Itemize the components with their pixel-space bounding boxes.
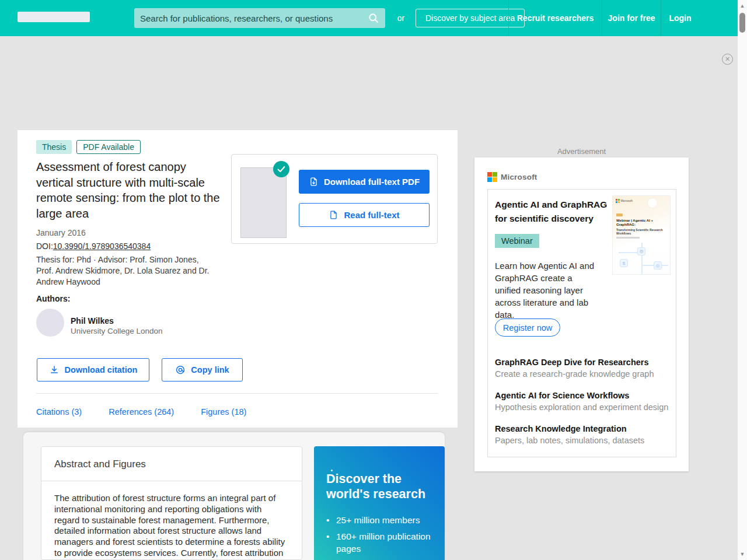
- ad-item-graphrag-deep-dive[interactable]: GraphRAG Deep Dive for Researchers Creat…: [495, 358, 670, 379]
- download-fulltext-pdf-button[interactable]: Download full-text PDF: [299, 170, 430, 194]
- bottom-sheet: Abstract and Figures The attribution of …: [23, 432, 445, 560]
- abstract-panel: Abstract and Figures The attribution of …: [41, 446, 302, 560]
- search-icon[interactable]: [368, 12, 379, 24]
- tab-figures[interactable]: Figures (18): [201, 407, 246, 416]
- page-title: Assessment of forest canopy vertical str…: [36, 159, 221, 221]
- doi-link[interactable]: 10.3990/1.9789036540384: [53, 242, 151, 251]
- advertisement-panel: Microsoft Agentic AI and GraphRAG for sc…: [474, 158, 689, 471]
- publication-date: January 2016: [36, 228, 86, 237]
- doi-row: DOI:10.3990/1.9789036540384: [36, 242, 151, 251]
- abstract-text: The attribution of forest structure form…: [41, 481, 302, 560]
- check-icon: [273, 161, 289, 177]
- doi-label: DOI:: [36, 242, 53, 251]
- ad-item-list: GraphRAG Deep Dive for Researchers Creat…: [495, 358, 670, 457]
- ad-webinar-badge: Webinar: [495, 234, 539, 248]
- search-box[interactable]: [134, 8, 385, 28]
- nav-recruit-researchers[interactable]: Recruit researchers: [508, 0, 602, 36]
- search-input[interactable]: [140, 13, 368, 23]
- copy-link-button[interactable]: Copy link: [162, 358, 243, 382]
- microsoft-logo-icon: Microsoft: [616, 199, 633, 203]
- publication-tabs: Citations (3) References (264) Figures (…: [36, 407, 246, 416]
- fulltext-box: Download full-text PDF Read full-text: [231, 154, 438, 244]
- pdf-available-badge: PDF Available: [76, 140, 141, 154]
- bullet-members: 25+ million members: [326, 514, 437, 526]
- tab-references[interactable]: References (264): [109, 407, 174, 416]
- thumb-brand: Microsoft: [621, 199, 633, 202]
- advertisement-label: Advertisement: [474, 147, 689, 156]
- bullet-publication-pages: 160+ million publication pages: [326, 530, 437, 555]
- nav-login[interactable]: Login: [661, 0, 699, 36]
- author-name[interactable]: Phil Wilkes: [71, 316, 114, 326]
- read-fulltext-button[interactable]: Read full-text: [299, 203, 430, 227]
- ad-inner-card[interactable]: Agentic AI and GraphRAG for scientific d…: [487, 189, 676, 457]
- ad-item-title: GraphRAG Deep Dive for Researchers: [495, 358, 670, 367]
- copy-link-label: Copy link: [191, 365, 229, 374]
- authors-label: Authors:: [36, 294, 70, 303]
- microsoft-logo-icon: [487, 172, 497, 182]
- download-citation-button[interactable]: Download citation: [37, 358, 149, 382]
- tab-citations[interactable]: Citations (3): [36, 407, 82, 416]
- document-icon: [329, 210, 338, 220]
- download-citation-label: Download citation: [65, 365, 138, 374]
- top-navbar: or Discover by subject area Recruit rese…: [0, 0, 738, 36]
- ad-item-title: Research Knowledge Integration: [495, 424, 670, 433]
- ad-body-text: Learn how Agentic AI and GraphRAG create…: [495, 260, 600, 321]
- discover-bullet-list: 25+ million members 160+ million publica…: [326, 514, 437, 560]
- publication-card: Thesis PDF Available Assessment of fores…: [18, 130, 458, 428]
- ad-item-subtitle: Hypothesis exploration and experiment de…: [495, 402, 670, 412]
- or-label: or: [392, 0, 410, 36]
- ad-heading: Agentic AI and GraphRAG for scientific d…: [495, 198, 609, 226]
- ad-item-subtitle: Create a research-grade knowledge graph: [495, 369, 670, 379]
- link-icon: [175, 365, 186, 375]
- publication-type-badge: Thesis: [36, 140, 72, 154]
- download-fulltext-pdf-label: Download full-text PDF: [324, 177, 420, 187]
- ad-item-research-knowledge[interactable]: Research Knowledge Integration Papers, l…: [495, 424, 670, 445]
- microsoft-brand-row: Microsoft: [487, 172, 537, 182]
- decorative-circle: [648, 198, 657, 208]
- avatar[interactable]: [36, 309, 64, 337]
- globe-node-icon: ◎: [654, 261, 662, 270]
- close-icon[interactable]: ✕: [722, 54, 733, 65]
- scrollbar-thumb[interactable]: [739, 13, 745, 33]
- scroll-down-icon[interactable]: ▼: [738, 550, 747, 559]
- header-nav: Recruit researchers Join for free Login: [508, 0, 699, 36]
- pdf-thumbnail[interactable]: [240, 167, 287, 238]
- abstract-heading: Abstract and Figures: [41, 447, 302, 481]
- gear-node-icon: ⚙: [637, 247, 645, 256]
- read-fulltext-label: Read full-text: [344, 210, 399, 220]
- author-affiliation: University College London: [71, 327, 163, 335]
- scrollbar[interactable]: ▲ ▼: [738, 0, 747, 560]
- divider: [36, 393, 438, 394]
- nav-join-for-free[interactable]: Join for free: [602, 0, 661, 36]
- ad-item-agentic-ai-workflows[interactable]: Agentic AI for Science Workflows Hypothe…: [495, 391, 670, 412]
- thumb-subtitle: Transforming Scientific Research Workflo…: [616, 228, 668, 235]
- researchgate-logo[interactable]: [18, 12, 90, 22]
- decorative-bar: [616, 237, 640, 239]
- thesis-info: Thesis for: Phd · Advisor: Prof. Simon J…: [36, 254, 211, 288]
- microsoft-brand-name: Microsoft: [501, 173, 537, 181]
- scroll-up-icon[interactable]: ▲: [738, 1, 747, 10]
- decorative-tag: [616, 214, 623, 216]
- download-icon: [49, 365, 60, 375]
- download-file-icon: [309, 177, 319, 187]
- discover-title: Discover the world's research: [326, 471, 431, 502]
- thumb-title: Webinar | Agentic AI + GraphRAG:: [616, 219, 668, 227]
- register-now-button[interactable]: Register now: [495, 318, 560, 337]
- ad-thumbnail[interactable]: Microsoft Webinar | Agentic AI + GraphRA…: [612, 195, 671, 275]
- ad-item-subtitle: Papers, lab notes, simulations, datasets: [495, 436, 670, 445]
- discover-research-panel: Discover the world's research 25+ millio…: [314, 446, 445, 560]
- dollar-node-icon: $: [620, 259, 628, 267]
- ad-item-title: Agentic AI for Science Workflows: [495, 391, 670, 400]
